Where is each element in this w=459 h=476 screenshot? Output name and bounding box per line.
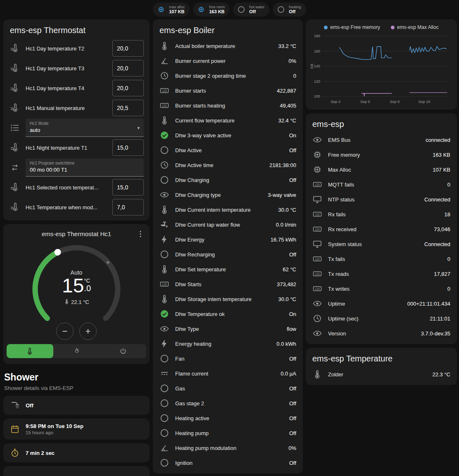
entity-value: Off bbox=[289, 177, 296, 183]
entity-row[interactable]: Dhw RechargingOff bbox=[153, 247, 303, 262]
entity-row[interactable]: IgnitionOff bbox=[153, 455, 303, 470]
svg-text:180: 180 bbox=[314, 34, 320, 38]
entity-row[interactable]: Max Alloc107 KB bbox=[306, 162, 457, 177]
entity-label: Dhw Set temperature bbox=[175, 266, 277, 273]
mode-auto-button[interactable] bbox=[7, 344, 53, 358]
entity-row[interactable]: Dhw Energy16.75 kWh bbox=[153, 232, 303, 247]
entity-label: Burner starts bbox=[175, 88, 271, 94]
legend-item[interactable]: ems-esp Free memory bbox=[324, 24, 380, 30]
circle-icon bbox=[159, 175, 169, 185]
flash-icon bbox=[159, 339, 169, 349]
entity-row[interactable]: Uptime (sec)21:11:01 bbox=[306, 311, 457, 326]
shower-card[interactable]: Off bbox=[3, 396, 150, 415]
entity-row[interactable]: Burner stage 2 operating time0 bbox=[153, 68, 303, 83]
mode-heat-button[interactable] bbox=[53, 344, 100, 358]
thermometer-icon bbox=[64, 298, 70, 304]
entity-row[interactable]: Dhw ChargingOff bbox=[153, 172, 303, 187]
mode-select[interactable]: Hc1 Modeauto▾ bbox=[26, 119, 144, 137]
entity-row[interactable]: Dhw ActiveOff bbox=[153, 143, 303, 158]
entity-row[interactable]: Dhw Current intern temperature30.0 °C bbox=[153, 202, 303, 217]
entity-row[interactable]: EMS Busconnected bbox=[306, 132, 457, 147]
badge-heating[interactable]: heatingOff bbox=[273, 2, 306, 17]
entity-row[interactable]: GasOff bbox=[153, 381, 303, 396]
svg-text:Sep 8: Sep 8 bbox=[390, 100, 400, 104]
entity-row[interactable]: Free memory163 KB bbox=[306, 147, 457, 162]
entity-label: Hc1 Selected room temperat... bbox=[26, 184, 107, 191]
entity-label: Dhw Temperature ok bbox=[175, 311, 283, 317]
entity-row[interactable]: 123Burner starts422,887 bbox=[153, 83, 303, 98]
entity-row[interactable]: Dhw Typeflow bbox=[153, 321, 303, 336]
entity-row[interactable]: 123Tx reads17,827 bbox=[306, 266, 457, 281]
entity-row[interactable]: 123Tx writes0 bbox=[306, 281, 457, 296]
entity-row[interactable]: Dhw Set temperature62 °C bbox=[153, 262, 303, 277]
entity-row[interactable]: Flame current0.0 µA bbox=[153, 366, 303, 381]
entity-row[interactable]: Actual boiler temperature33.2 °C bbox=[153, 38, 303, 53]
text-input[interactable]: Hc1 Program switchtime00 mo 00:00 T1 bbox=[26, 158, 144, 177]
current-icon bbox=[159, 368, 169, 378]
more-options-button[interactable] bbox=[136, 229, 145, 239]
memory-history-card: ems-esp Free memoryems-esp Max Alloc 100… bbox=[306, 19, 457, 110]
entity-row[interactable]: 123Tx fails0 bbox=[306, 251, 457, 266]
entity-row[interactable]: Uptime000+21:11:01.434 bbox=[306, 296, 457, 311]
climate-snowflake-card[interactable] bbox=[3, 466, 150, 476]
entity-row[interactable]: System statusConnected bbox=[306, 237, 457, 251]
entity-value: 21:11:01 bbox=[430, 316, 450, 322]
entity-row[interactable]: NTP statusConnected bbox=[306, 192, 457, 207]
svg-text:140: 140 bbox=[314, 64, 320, 68]
entity-row[interactable]: Current flow temperature32.4 °C bbox=[153, 113, 303, 128]
entity-row[interactable]: Dhw 3-way valve activeOn bbox=[153, 128, 303, 143]
badge-hot-water[interactable]: hot waterOff bbox=[233, 2, 269, 17]
entity-row[interactable]: Dhw Charging type3-way valve bbox=[153, 187, 303, 202]
entity-row[interactable]: 123Dhw Starts373,482 bbox=[153, 277, 303, 292]
decrease-temp-button[interactable] bbox=[56, 323, 74, 340]
entity-row[interactable]: 123MQTT fails0 bbox=[306, 177, 457, 192]
entity-row[interactable]: Burner current power0% bbox=[153, 53, 303, 68]
entity-row[interactable]: Gas stage 2Off bbox=[153, 396, 303, 411]
entity-row[interactable]: Heating activeOff bbox=[153, 411, 303, 426]
badge-value: 107 KB bbox=[169, 9, 185, 14]
entity-label: Heating pump bbox=[175, 430, 283, 436]
counter-icon: 123 bbox=[312, 209, 322, 219]
entity-row[interactable]: Dhw Temperature okOn bbox=[153, 306, 303, 321]
power-icon bbox=[119, 347, 127, 355]
badge-max-alloc[interactable]: max alloc107 KB bbox=[153, 2, 190, 17]
number-input[interactable]: 20,0 bbox=[112, 40, 144, 57]
entity-row[interactable]: Dhw Current tap water flow0.0 l/min bbox=[153, 217, 303, 232]
entity-row[interactable]: FanOff bbox=[153, 351, 303, 366]
entity-row[interactable]: 123Rx fails18 bbox=[306, 207, 457, 222]
entity-row[interactable]: Heating pumpOff bbox=[153, 426, 303, 440]
entity-row[interactable]: Zolder22.3 °C bbox=[306, 367, 457, 382]
entity-row[interactable]: Dhw Storage intern temperature30.0 °C bbox=[153, 292, 303, 306]
monitor-icon bbox=[312, 194, 322, 204]
number-input[interactable]: 20,0 bbox=[112, 60, 144, 77]
number-input[interactable]: 20,0 bbox=[112, 80, 144, 96]
svg-text:123: 123 bbox=[162, 89, 167, 92]
entity-row[interactable]: Version3.7.0-dev.35 bbox=[306, 326, 457, 341]
number-input[interactable]: 15,0 bbox=[112, 139, 144, 156]
entity-row[interactable]: 123Rx received73,046 bbox=[306, 222, 457, 237]
entity-row[interactable]: 123Burner starts heating49,405 bbox=[153, 98, 303, 113]
number-input[interactable]: 15,0 bbox=[112, 179, 144, 196]
entity-label: Actual boiler temperature bbox=[175, 43, 272, 49]
number-input[interactable]: 20,5 bbox=[112, 100, 144, 116]
entity-row[interactable]: Energy heating0.0 kWh bbox=[153, 336, 303, 351]
entity-value: Off bbox=[289, 356, 296, 362]
entity-value: connected bbox=[426, 137, 450, 143]
entity-value: Off bbox=[289, 460, 296, 466]
number-input[interactable]: 7,0 bbox=[112, 199, 144, 215]
history-chart[interactable]: 100120140160180Sep 4Sep 6Sep 8Sep 10KB bbox=[310, 32, 453, 105]
entity-label: Dhw Current intern temperature bbox=[175, 207, 272, 213]
entity-label: Burner stage 2 operating time bbox=[175, 73, 288, 79]
entity-label: Tx reads bbox=[328, 271, 428, 277]
circle-icon bbox=[159, 398, 169, 408]
mode-off-button[interactable] bbox=[100, 344, 146, 358]
badge-free-mem[interactable]: free mem163 KB bbox=[193, 2, 230, 17]
entity-row[interactable]: Dhw Active time2181:38:00 bbox=[153, 158, 303, 172]
increase-temp-button[interactable] bbox=[79, 323, 97, 340]
shower-card[interactable]: 7 min 2 sec bbox=[3, 443, 150, 462]
entity-value: 17,827 bbox=[434, 271, 450, 277]
legend-item[interactable]: ems-esp Max Alloc bbox=[391, 24, 439, 30]
dial-handle[interactable] bbox=[55, 249, 61, 256]
shower-card[interactable]: 9:58 PM on Tue 10 Sep15 hours ago bbox=[3, 419, 150, 440]
entity-row[interactable]: Heating pump modulation0% bbox=[153, 440, 303, 455]
